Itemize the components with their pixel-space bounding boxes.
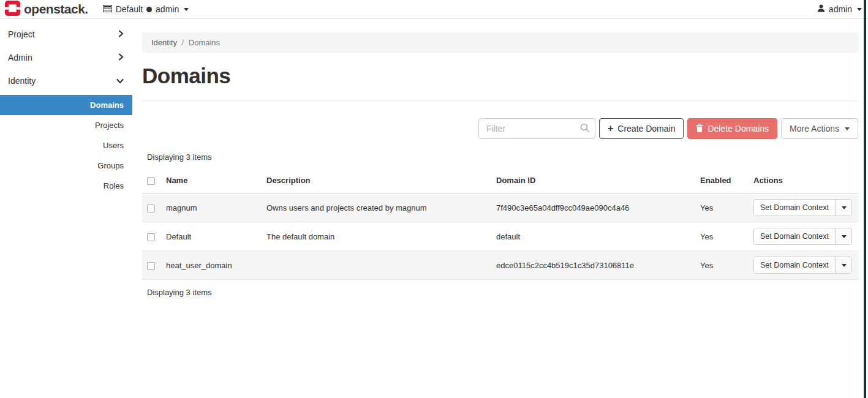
row-action-split-button: Set Domain Context	[753, 257, 852, 274]
sidebar-item-groups[interactable]: Groups	[0, 156, 132, 176]
sidebar-item-label: Project	[8, 29, 35, 39]
row-action-split-button: Set Domain Context	[753, 228, 852, 245]
user-icon	[817, 4, 825, 14]
sidebar-item-users[interactable]: Users	[0, 135, 132, 156]
table-row: magnum Owns users and projects created b…	[142, 193, 858, 222]
set-domain-context-button[interactable]: Set Domain Context	[754, 228, 835, 244]
items-count-top: Displaying 3 items	[147, 152, 858, 162]
filter-input[interactable]	[478, 118, 595, 139]
select-all-checkbox[interactable]	[147, 177, 155, 185]
domains-table: Name Description Domain ID Enabled Actio…	[142, 170, 858, 280]
column-header-enabled[interactable]: Enabled	[695, 170, 749, 193]
domain-id-cell: 7f490c3e65a04dff9cc049ae090c4a46	[491, 193, 695, 222]
delete-domains-button[interactable]: Delete Domains	[687, 118, 777, 139]
domain-id-cell: default	[491, 222, 695, 251]
column-header-name[interactable]: Name	[161, 170, 262, 193]
right-edge-strip	[864, 0, 866, 398]
title-divider	[142, 100, 858, 101]
row-actions-dropdown-toggle[interactable]	[835, 228, 851, 244]
domain-enabled-cell: Yes	[695, 193, 749, 222]
domain-id-cell: edce0115c2cc4b519c1c35d73106811e	[491, 251, 695, 280]
items-count-bottom: Displaying 3 items	[147, 288, 858, 297]
domain-enabled-cell: Yes	[695, 222, 749, 251]
column-header-description[interactable]: Description	[262, 170, 491, 193]
context-domain-label: Default	[116, 4, 143, 14]
domain-description-cell: The default domain	[262, 222, 491, 251]
domain-enabled-cell: Yes	[695, 251, 749, 280]
create-domain-label: Create Domain	[617, 124, 675, 133]
chevron-right-icon	[118, 29, 124, 39]
sidebar-item-label: Admin	[8, 53, 32, 62]
sidebar: Project Admin Identity Domains Projects	[0, 19, 132, 196]
sidebar-item-label: Users	[103, 141, 124, 150]
row-action-split-button: Set Domain Context	[753, 199, 852, 216]
sidebar-item-domains[interactable]: Domains	[0, 95, 132, 115]
search-icon[interactable]	[580, 123, 590, 135]
row-actions-dropdown-toggle[interactable]	[835, 257, 851, 273]
row-checkbox[interactable]	[147, 233, 155, 241]
context-switcher-dropdown[interactable]: Default admin	[103, 4, 189, 14]
openstack-logo-icon	[5, 1, 20, 18]
context-separator-dot	[146, 7, 152, 12]
row-checkbox[interactable]	[147, 262, 155, 270]
breadcrumb: Identity / Domains	[142, 32, 858, 53]
domain-list-icon	[103, 4, 112, 14]
more-actions-label: More Actions	[790, 124, 839, 133]
breadcrumb-identity-link[interactable]: Identity	[151, 38, 177, 47]
domain-name-cell: heat_user_domain	[161, 251, 262, 280]
main-content: Identity / Domains Domains + Create Doma…	[132, 19, 868, 297]
top-navbar: openstack. Default admin admin	[0, 0, 868, 19]
chevron-down-icon	[116, 76, 124, 86]
sidebar-item-label: Projects	[95, 121, 124, 130]
table-row: Default The default domain default Yes S…	[142, 222, 858, 251]
sidebar-item-identity[interactable]: Identity	[0, 69, 132, 92]
chevron-down-icon	[842, 264, 847, 267]
sidebar-item-roles[interactable]: Roles	[0, 176, 132, 196]
user-name-label: admin	[829, 4, 852, 14]
sidebar-item-label: Groups	[97, 161, 124, 170]
create-domain-button[interactable]: + Create Domain	[599, 118, 684, 139]
chevron-right-icon	[118, 53, 124, 62]
sidebar-item-project[interactable]: Project	[0, 23, 132, 46]
user-menu-dropdown[interactable]: admin	[817, 4, 862, 14]
chevron-down-icon	[842, 206, 847, 209]
breadcrumb-current: Domains	[189, 38, 220, 47]
table-row: heat_user_domain edce0115c2cc4b519c1c35d…	[142, 251, 858, 280]
set-domain-context-button[interactable]: Set Domain Context	[754, 257, 835, 273]
domain-name-cell: Default	[161, 222, 262, 251]
domain-name-cell: magnum	[161, 193, 262, 222]
brand-wordmark: openstack.	[24, 2, 88, 17]
row-actions-dropdown-toggle[interactable]	[835, 200, 851, 216]
table-header-row: Name Description Domain ID Enabled Actio…	[142, 170, 858, 193]
more-actions-button[interactable]: More Actions	[781, 118, 858, 139]
page-title: Domains	[142, 64, 858, 88]
chevron-down-icon	[857, 8, 862, 11]
sidebar-item-projects[interactable]: Projects	[0, 115, 132, 135]
delete-domains-label: Delete Domains	[708, 124, 769, 133]
set-domain-context-button[interactable]: Set Domain Context	[754, 200, 835, 216]
chevron-down-icon	[845, 127, 850, 130]
sidebar-item-label: Domains	[90, 100, 124, 110]
domain-description-cell: Owns users and projects created by magnu…	[262, 193, 491, 222]
trash-icon	[696, 124, 703, 134]
breadcrumb-separator: /	[182, 38, 184, 47]
sidebar-item-admin[interactable]: Admin	[0, 46, 132, 69]
sidebar-item-label: Roles	[104, 181, 124, 190]
chevron-down-icon	[842, 235, 847, 238]
table-toolbar: + Create Domain Delete Domains More Acti…	[142, 118, 858, 139]
sidebar-item-label: Identity	[8, 76, 36, 86]
plus-icon: +	[608, 124, 613, 133]
openstack-brand[interactable]: openstack.	[5, 1, 88, 18]
column-header-actions: Actions	[749, 170, 858, 193]
column-header-domain-id[interactable]: Domain ID	[491, 170, 695, 193]
context-project-label: admin	[156, 4, 179, 14]
domain-description-cell	[262, 251, 491, 280]
chevron-down-icon	[184, 8, 189, 11]
row-checkbox[interactable]	[147, 205, 155, 212]
